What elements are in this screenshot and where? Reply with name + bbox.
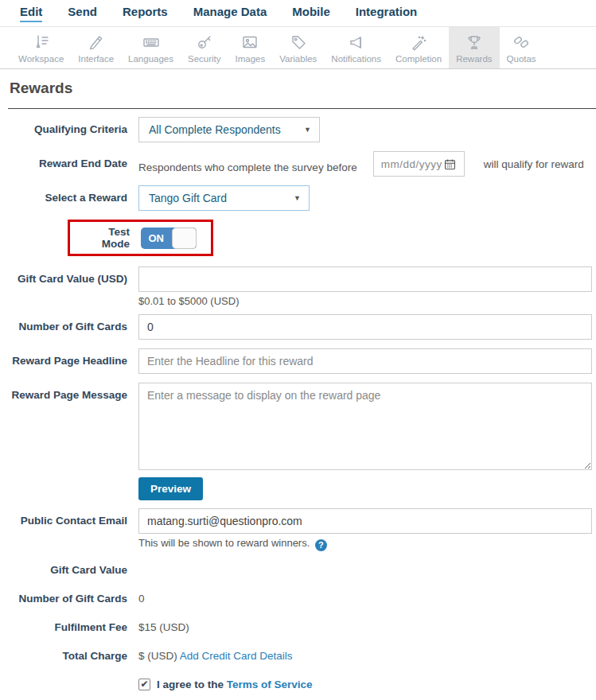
qualifying-criteria-label: Qualifying Criteria <box>0 117 127 135</box>
gift-card-value-label: Gift Card Value (USD) <box>0 266 127 285</box>
tab-rewards[interactable]: Rewards <box>449 27 499 68</box>
top-navigation: Edit Send Reports Manage Data Mobile Int… <box>0 0 596 27</box>
completion-icon <box>409 31 428 52</box>
tab-label: Completion <box>395 54 442 64</box>
tab-label: Variables <box>279 54 317 64</box>
contact-email-hint: This will be shown to reward winners. <box>138 537 310 549</box>
reward-end-date-label: Reward End Date <box>0 151 127 169</box>
tab-quotas[interactable]: Quotas <box>500 27 543 68</box>
end-date-suffix-text: will qualify for reward <box>484 158 584 170</box>
terms-of-service-link[interactable]: Terms of Service <box>227 679 313 690</box>
test-mode-label: Test Mode <box>80 226 130 250</box>
summary-num-gift-cards-row: Number of Gift Cards 0 <box>0 593 592 605</box>
rewards-icon <box>465 31 484 52</box>
message-textarea[interactable] <box>138 383 592 470</box>
tab-label: Workspace <box>18 54 64 64</box>
fulfilment-fee-row: Fulfilment Fee $15 (USD) <box>0 621 592 633</box>
summary-gift-card-value-label: Gift Card Value <box>0 564 127 576</box>
summary-gift-card-value-row: Gift Card Value <box>0 564 592 576</box>
headline-input[interactable] <box>138 348 592 374</box>
contact-email-input[interactable] <box>138 508 592 534</box>
page-header: Rewards <box>0 69 596 97</box>
gift-card-value-input[interactable] <box>138 266 592 292</box>
message-row: Reward Page Message <box>0 383 592 472</box>
test-mode-highlight-box: Test Mode ON <box>68 220 213 256</box>
notifications-icon <box>347 31 366 52</box>
page-title: Rewards <box>10 80 596 97</box>
tab-completion[interactable]: Completion <box>388 27 449 68</box>
preview-button[interactable]: Preview <box>138 477 203 500</box>
rewards-form: Qualifying Criteria All Complete Respond… <box>0 109 596 700</box>
num-gift-cards-input[interactable] <box>138 314 592 340</box>
agree-text: I agree to the <box>157 679 224 690</box>
qualifying-criteria-value: All Complete Respondents <box>149 123 281 136</box>
total-charge-row: Total Charge $ (USD) Add Credit Card Det… <box>0 650 592 662</box>
end-date-prefix-text: Respondents who complete the survey befo… <box>138 155 357 173</box>
tab-label: Languages <box>128 54 173 64</box>
languages-icon <box>141 31 162 52</box>
tab-label: Security <box>188 54 221 64</box>
security-icon <box>195 31 214 52</box>
tab-security[interactable]: Security <box>181 27 228 68</box>
nav-item-edit[interactable]: Edit <box>20 5 42 22</box>
reward-end-date-row: Reward End Date Respondents who complete… <box>0 151 592 177</box>
variables-icon <box>289 31 308 52</box>
toggle-knob <box>172 228 197 249</box>
num-gift-cards-label: Number of Gift Cards <box>0 314 127 332</box>
tab-label: Rewards <box>456 54 492 64</box>
terms-checkbox[interactable]: ✔ <box>138 679 150 690</box>
nav-item-reports[interactable]: Reports <box>123 5 168 22</box>
dropdown-arrow-icon: ▼ <box>304 126 311 134</box>
agree-row: ✔ I agree to the Terms of Service <box>0 679 592 690</box>
add-credit-card-link[interactable]: Add Credit Card Details <box>180 650 293 662</box>
settings-toolbar: Workspace Interface Languages Security I… <box>0 27 596 69</box>
workspace-icon <box>32 31 51 52</box>
tab-languages[interactable]: Languages <box>121 27 181 68</box>
gift-card-value-row: Gift Card Value (USD) $0.01 to $5000 (US… <box>0 266 592 307</box>
nav-item-manage-data[interactable]: Manage Data <box>193 5 267 22</box>
select-reward-select[interactable]: Tango Gift Card ▼ <box>138 185 310 211</box>
gift-card-value-hint: $0.01 to $5000 (USD) <box>138 295 592 307</box>
summary-num-gift-cards-value: 0 <box>138 593 592 605</box>
message-label: Reward Page Message <box>0 383 127 401</box>
select-reward-row: Select a Reward Tango Gift Card ▼ <box>0 185 592 211</box>
tab-notifications[interactable]: Notifications <box>324 27 388 68</box>
headline-row: Reward Page Headline <box>0 348 592 374</box>
total-charge-value: $ (USD) <box>138 650 177 662</box>
fulfilment-fee-label: Fulfilment Fee <box>0 621 127 633</box>
total-charge-label: Total Charge <box>0 650 127 662</box>
select-reward-label: Select a Reward <box>0 185 127 204</box>
help-icon[interactable]: ? <box>315 539 327 551</box>
tab-label: Interface <box>78 54 114 64</box>
calendar-icon <box>443 158 457 171</box>
end-date-input[interactable] <box>381 158 443 170</box>
tab-workspace[interactable]: Workspace <box>11 27 71 68</box>
num-gift-cards-row: Number of Gift Cards <box>0 314 592 340</box>
qualifying-criteria-row: Qualifying Criteria All Complete Respond… <box>0 117 592 142</box>
fulfilment-fee-value: $15 (USD) <box>138 621 592 633</box>
contact-email-label: Public Contact Email <box>0 508 127 527</box>
headline-label: Reward Page Headline <box>0 348 127 367</box>
contact-email-row: Public Contact Email This will be shown … <box>0 508 592 551</box>
tab-label: Images <box>236 54 266 64</box>
nav-item-integration[interactable]: Integration <box>356 5 418 22</box>
summary-num-gift-cards-label: Number of Gift Cards <box>0 593 127 605</box>
nav-item-mobile[interactable]: Mobile <box>292 5 330 22</box>
preview-row: Preview <box>0 477 592 500</box>
select-reward-value: Tango Gift Card <box>149 192 227 204</box>
qualifying-criteria-select[interactable]: All Complete Respondents ▼ <box>138 117 320 142</box>
dropdown-arrow-icon: ▼ <box>294 194 301 202</box>
tab-images[interactable]: Images <box>228 27 273 68</box>
nav-item-send[interactable]: Send <box>68 5 97 22</box>
toggle-on-label: ON <box>141 232 172 244</box>
quotas-icon <box>512 31 531 52</box>
test-mode-row: Test Mode ON <box>0 220 592 256</box>
tab-label: Quotas <box>507 54 536 64</box>
images-icon <box>240 31 259 52</box>
tab-label: Notifications <box>331 54 381 64</box>
tab-variables[interactable]: Variables <box>272 27 324 68</box>
interface-icon <box>87 31 106 52</box>
test-mode-toggle[interactable]: ON <box>141 228 197 249</box>
tab-interface[interactable]: Interface <box>71 27 121 68</box>
end-date-field[interactable] <box>373 151 465 177</box>
